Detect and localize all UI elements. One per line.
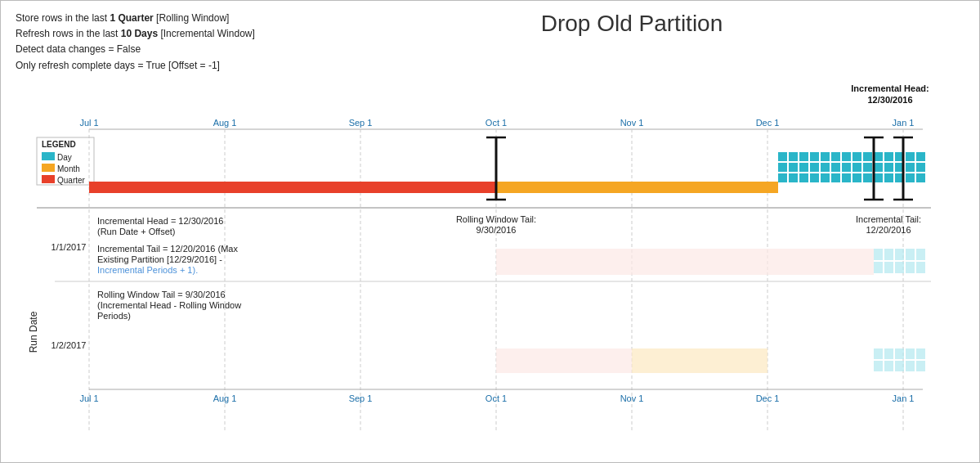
chart-svg: Jul 1 Aug 1 Sep 1 Oct 1 Nov 1 Dec 1 Jan … [24, 79, 972, 430]
day-box-5 [821, 152, 830, 161]
day-box-7 [842, 152, 851, 161]
ann-inc-head-line2: (Run Date + Offset) [97, 227, 175, 236]
rolling-tail-label-2: 9/30/2016 [477, 225, 517, 235]
axis-bot-aug: Aug 1 [213, 393, 237, 403]
ann-inc-tail-line1: Incremental Tail = 12/20/2016 (Max [97, 244, 238, 254]
day-box-13 [906, 152, 915, 161]
axis-label-jul: Jul 1 [79, 118, 98, 128]
row1-teal-1 [874, 249, 883, 260]
ann-rolling-tail-3: Periods) [97, 311, 131, 321]
axis-bot-jan: Jan 1 [893, 393, 915, 403]
day-box-1 [778, 152, 787, 161]
row2-teal-7 [884, 361, 893, 371]
day-box-41 [906, 173, 915, 182]
inc-head-label-line1: Incremental Head: [851, 83, 929, 93]
day-box-10 [874, 152, 883, 161]
row1-teal-4 [906, 249, 915, 260]
day-box-22 [852, 163, 861, 172]
day-box-16 [789, 163, 798, 172]
legend-month-label: Month [57, 164, 80, 173]
inc-tail-label-1: Incremental Tail: [856, 214, 921, 224]
legend-title: LEGEND [42, 140, 76, 149]
legend-month-color [42, 164, 55, 172]
row1-teal-10 [916, 262, 925, 273]
bar-month-orange [496, 182, 778, 193]
row2-teal-5 [916, 348, 925, 359]
ann-inc-tail-line3: Incremental Periods + 1). [97, 265, 198, 275]
day-box-18 [810, 163, 819, 172]
row1-teal-2 [884, 249, 893, 260]
header-info: Store rows in the last 1 Quarter [Rollin… [16, 11, 324, 74]
day-box-8 [852, 152, 861, 161]
legend-quarter-color [42, 175, 55, 183]
info-line4: Only refresh complete days = True [Offse… [16, 58, 324, 74]
day-box-3 [799, 152, 808, 161]
inc-head-label-line2: 12/30/2016 [867, 95, 912, 105]
day-box-11 [884, 152, 893, 161]
day-box-37 [863, 173, 872, 182]
day-box-28 [916, 163, 925, 172]
ann-rolling-tail-1: Rolling Window Tail = 9/30/2016 [97, 290, 226, 299]
info-line1: Store rows in the last 1 Quarter [Rollin… [16, 11, 324, 26]
axis-label-aug: Aug 1 [213, 118, 237, 128]
axis-bot-dec: Dec 1 [756, 393, 780, 403]
row2-teal-6 [874, 361, 883, 371]
day-box-9 [863, 152, 872, 161]
day-box-35 [842, 173, 851, 182]
row1-teal-5 [916, 249, 925, 260]
day-box-24 [874, 163, 883, 172]
axis-label-jan: Jan 1 [893, 118, 915, 128]
rolling-tail-label-1: Rolling Window Tail: [456, 214, 536, 224]
row1-teal-8 [895, 262, 904, 273]
main-container: Store rows in the last 1 Quarter [Rollin… [0, 0, 980, 463]
day-box-42 [916, 173, 925, 182]
legend-day-color [42, 152, 55, 160]
ann-inc-head-line1: Incremental Head = 12/30/2016 [97, 216, 223, 226]
row1-teal-6 [874, 262, 883, 273]
day-box-20 [831, 163, 840, 172]
axis-label-nov: Nov 1 [620, 118, 644, 128]
run-date-2-label: 1/2/2017 [51, 340, 87, 350]
bar-quarter-red [89, 182, 496, 193]
axis-bot-sep: Sep 1 [349, 393, 373, 403]
day-box-30 [789, 173, 798, 182]
run-date-1-label: 1/1/2017 [51, 242, 87, 252]
day-box-4 [810, 152, 819, 161]
axis-bot-nov: Nov 1 [620, 393, 644, 403]
row1-teal-3 [895, 249, 904, 260]
row2-teal-9 [906, 361, 915, 371]
axis-bot-jul: Jul 1 [79, 393, 98, 403]
row2-teal-4 [906, 348, 915, 359]
day-box-32 [810, 173, 819, 182]
page-title: Drop Old Partition [324, 11, 964, 37]
info-days-bold: 10 Days [121, 28, 158, 39]
day-box-19 [821, 163, 830, 172]
row2-teal-1 [874, 348, 883, 359]
legend-day-label: Day [57, 153, 72, 162]
info-line2: Refresh rows in the last 10 Days [Increm… [16, 26, 324, 42]
row1-light-bar-quarter [496, 249, 874, 275]
row1-teal-9 [906, 262, 915, 273]
day-box-27 [906, 163, 915, 172]
row2-teal-10 [916, 361, 925, 371]
day-box-36 [852, 173, 861, 182]
axis-label-oct: Oct 1 [486, 118, 507, 128]
axis-label-sep: Sep 1 [349, 118, 373, 128]
run-date-label: Run Date [28, 311, 39, 353]
day-box-39 [884, 173, 893, 182]
day-box-17 [799, 163, 808, 172]
day-box-23 [863, 163, 872, 172]
day-box-14 [916, 152, 925, 161]
day-box-34 [831, 173, 840, 182]
day-box-38 [874, 173, 883, 182]
day-box-29 [778, 173, 787, 182]
row1-teal-7 [884, 262, 893, 273]
day-box-2 [789, 152, 798, 161]
legend-quarter-label: Quarter [57, 176, 86, 185]
info-quarter-bold: 1 Quarter [110, 12, 153, 24]
inc-tail-label-2: 12/20/2016 [866, 225, 911, 235]
day-box-25 [884, 163, 893, 172]
day-box-21 [842, 163, 851, 172]
axis-label-dec: Dec 1 [756, 118, 780, 128]
row2-teal-3 [895, 348, 904, 359]
